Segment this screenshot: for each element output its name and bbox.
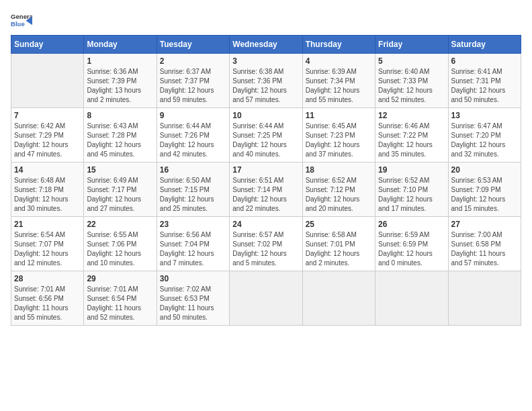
day-info: Sunrise: 7:01 AMSunset: 6:54 PMDaylight:… bbox=[87, 285, 153, 322]
day-cell bbox=[302, 271, 375, 326]
day-number: 4 bbox=[306, 56, 372, 66]
week-row-3: 14Sunrise: 6:48 AMSunset: 7:18 PMDayligh… bbox=[11, 163, 521, 217]
day-cell: 8Sunrise: 6:43 AMSunset: 7:28 PMDaylight… bbox=[84, 108, 157, 163]
day-number: 18 bbox=[306, 165, 372, 175]
logo-icon: General Blue bbox=[11, 11, 32, 30]
day-info: Sunrise: 6:46 AMSunset: 7:22 PMDaylight:… bbox=[378, 122, 445, 159]
day-info: Sunrise: 6:54 AMSunset: 7:07 PMDaylight:… bbox=[14, 230, 81, 268]
day-cell: 5Sunrise: 6:40 AMSunset: 7:33 PMDaylight… bbox=[375, 54, 448, 108]
header: General Blue bbox=[11, 11, 521, 30]
day-cell: 10Sunrise: 6:44 AMSunset: 7:25 PMDayligh… bbox=[230, 108, 302, 163]
day-info: Sunrise: 6:38 AMSunset: 7:36 PMDaylight:… bbox=[232, 67, 299, 105]
day-cell: 19Sunrise: 6:52 AMSunset: 7:10 PMDayligh… bbox=[375, 163, 448, 217]
day-info: Sunrise: 6:42 AMSunset: 7:29 PMDaylight:… bbox=[14, 122, 81, 159]
day-number: 22 bbox=[87, 220, 153, 229]
day-info: Sunrise: 6:59 AMSunset: 6:59 PMDaylight:… bbox=[378, 230, 445, 268]
day-cell: 9Sunrise: 6:44 AMSunset: 7:26 PMDaylight… bbox=[157, 108, 229, 163]
day-cell: 13Sunrise: 6:47 AMSunset: 7:20 PMDayligh… bbox=[448, 108, 521, 163]
day-cell: 11Sunrise: 6:45 AMSunset: 7:23 PMDayligh… bbox=[302, 108, 375, 163]
day-number: 29 bbox=[87, 274, 153, 283]
day-number: 25 bbox=[306, 220, 372, 229]
day-info: Sunrise: 6:58 AMSunset: 7:01 PMDaylight:… bbox=[306, 230, 372, 268]
day-info: Sunrise: 6:49 AMSunset: 7:17 PMDaylight:… bbox=[87, 176, 153, 214]
day-number: 21 bbox=[14, 220, 81, 229]
day-info: Sunrise: 7:02 AMSunset: 6:53 PMDaylight:… bbox=[160, 285, 226, 322]
day-info: Sunrise: 6:50 AMSunset: 7:15 PMDaylight:… bbox=[160, 176, 226, 214]
day-info: Sunrise: 6:55 AMSunset: 7:06 PMDaylight:… bbox=[87, 230, 153, 268]
day-info: Sunrise: 6:45 AMSunset: 7:23 PMDaylight:… bbox=[306, 122, 372, 159]
logo: General Blue bbox=[11, 11, 32, 30]
day-cell: 17Sunrise: 6:51 AMSunset: 7:14 PMDayligh… bbox=[230, 163, 302, 217]
day-cell: 26Sunrise: 6:59 AMSunset: 6:59 PMDayligh… bbox=[375, 217, 448, 271]
week-row-4: 21Sunrise: 6:54 AMSunset: 7:07 PMDayligh… bbox=[11, 217, 521, 271]
day-number: 3 bbox=[232, 56, 299, 66]
day-cell bbox=[11, 54, 84, 108]
day-cell: 24Sunrise: 6:57 AMSunset: 7:02 PMDayligh… bbox=[230, 217, 302, 271]
day-cell: 27Sunrise: 7:00 AMSunset: 6:58 PMDayligh… bbox=[448, 217, 521, 271]
day-cell: 18Sunrise: 6:52 AMSunset: 7:12 PMDayligh… bbox=[302, 163, 375, 217]
day-cell: 3Sunrise: 6:38 AMSunset: 7:36 PMDaylight… bbox=[230, 54, 302, 108]
day-number: 17 bbox=[232, 165, 299, 175]
weekday-header-sunday: Sunday bbox=[11, 36, 84, 54]
week-row-5: 28Sunrise: 7:01 AMSunset: 6:56 PMDayligh… bbox=[11, 271, 521, 326]
day-info: Sunrise: 6:44 AMSunset: 7:25 PMDaylight:… bbox=[232, 122, 299, 159]
calendar-table: SundayMondayTuesdayWednesdayThursdayFrid… bbox=[11, 35, 521, 326]
day-number: 10 bbox=[232, 111, 299, 120]
day-cell bbox=[375, 271, 448, 326]
weekday-header-tuesday: Tuesday bbox=[157, 36, 229, 54]
day-number: 30 bbox=[160, 274, 226, 283]
day-number: 5 bbox=[378, 56, 445, 66]
day-number: 2 bbox=[160, 56, 226, 66]
day-info: Sunrise: 6:57 AMSunset: 7:02 PMDaylight:… bbox=[232, 230, 299, 268]
weekday-header-saturday: Saturday bbox=[448, 36, 521, 54]
day-cell: 16Sunrise: 6:50 AMSunset: 7:15 PMDayligh… bbox=[157, 163, 229, 217]
day-number: 23 bbox=[160, 220, 226, 229]
day-number: 20 bbox=[451, 165, 518, 175]
day-cell: 12Sunrise: 6:46 AMSunset: 7:22 PMDayligh… bbox=[375, 108, 448, 163]
day-number: 24 bbox=[232, 220, 299, 229]
day-cell bbox=[230, 271, 302, 326]
day-number: 9 bbox=[160, 111, 226, 120]
weekday-header-wednesday: Wednesday bbox=[230, 36, 302, 54]
day-info: Sunrise: 6:56 AMSunset: 7:04 PMDaylight:… bbox=[160, 230, 226, 268]
day-number: 15 bbox=[87, 165, 153, 175]
weekday-header-friday: Friday bbox=[375, 36, 448, 54]
day-cell: 4Sunrise: 6:39 AMSunset: 7:34 PMDaylight… bbox=[302, 54, 375, 108]
day-number: 19 bbox=[378, 165, 445, 175]
day-info: Sunrise: 6:39 AMSunset: 7:34 PMDaylight:… bbox=[306, 67, 372, 105]
svg-text:Blue: Blue bbox=[11, 20, 25, 28]
day-info: Sunrise: 6:37 AMSunset: 7:37 PMDaylight:… bbox=[160, 67, 226, 105]
day-cell: 7Sunrise: 6:42 AMSunset: 7:29 PMDaylight… bbox=[11, 108, 84, 163]
day-number: 27 bbox=[451, 220, 518, 229]
week-row-1: 1Sunrise: 6:36 AMSunset: 7:39 PMDaylight… bbox=[11, 54, 521, 108]
day-info: Sunrise: 6:52 AMSunset: 7:12 PMDaylight:… bbox=[306, 176, 372, 214]
day-cell: 22Sunrise: 6:55 AMSunset: 7:06 PMDayligh… bbox=[84, 217, 157, 271]
day-cell: 30Sunrise: 7:02 AMSunset: 6:53 PMDayligh… bbox=[157, 271, 229, 326]
day-number: 6 bbox=[451, 56, 518, 66]
day-info: Sunrise: 6:40 AMSunset: 7:33 PMDaylight:… bbox=[378, 67, 445, 105]
week-row-2: 7Sunrise: 6:42 AMSunset: 7:29 PMDaylight… bbox=[11, 108, 521, 163]
day-cell: 21Sunrise: 6:54 AMSunset: 7:07 PMDayligh… bbox=[11, 217, 84, 271]
day-info: Sunrise: 6:48 AMSunset: 7:18 PMDaylight:… bbox=[14, 176, 81, 214]
day-cell: 15Sunrise: 6:49 AMSunset: 7:17 PMDayligh… bbox=[84, 163, 157, 217]
day-info: Sunrise: 6:51 AMSunset: 7:14 PMDaylight:… bbox=[232, 176, 299, 214]
day-number: 16 bbox=[160, 165, 226, 175]
day-info: Sunrise: 6:36 AMSunset: 7:39 PMDaylight:… bbox=[87, 67, 153, 105]
weekday-header-row: SundayMondayTuesdayWednesdayThursdayFrid… bbox=[11, 36, 521, 54]
day-cell: 23Sunrise: 6:56 AMSunset: 7:04 PMDayligh… bbox=[157, 217, 229, 271]
day-cell: 1Sunrise: 6:36 AMSunset: 7:39 PMDaylight… bbox=[84, 54, 157, 108]
day-cell: 29Sunrise: 7:01 AMSunset: 6:54 PMDayligh… bbox=[84, 271, 157, 326]
day-number: 7 bbox=[14, 111, 81, 120]
day-cell: 2Sunrise: 6:37 AMSunset: 7:37 PMDaylight… bbox=[157, 54, 229, 108]
day-info: Sunrise: 7:01 AMSunset: 6:56 PMDaylight:… bbox=[14, 285, 81, 322]
day-number: 14 bbox=[14, 165, 81, 175]
day-number: 8 bbox=[87, 111, 153, 120]
weekday-header-thursday: Thursday bbox=[302, 36, 375, 54]
day-cell: 25Sunrise: 6:58 AMSunset: 7:01 PMDayligh… bbox=[302, 217, 375, 271]
day-info: Sunrise: 6:44 AMSunset: 7:26 PMDaylight:… bbox=[160, 122, 226, 159]
day-info: Sunrise: 6:43 AMSunset: 7:28 PMDaylight:… bbox=[87, 122, 153, 159]
day-cell bbox=[448, 271, 521, 326]
day-number: 12 bbox=[378, 111, 445, 120]
day-number: 1 bbox=[87, 56, 153, 66]
day-number: 11 bbox=[306, 111, 372, 120]
